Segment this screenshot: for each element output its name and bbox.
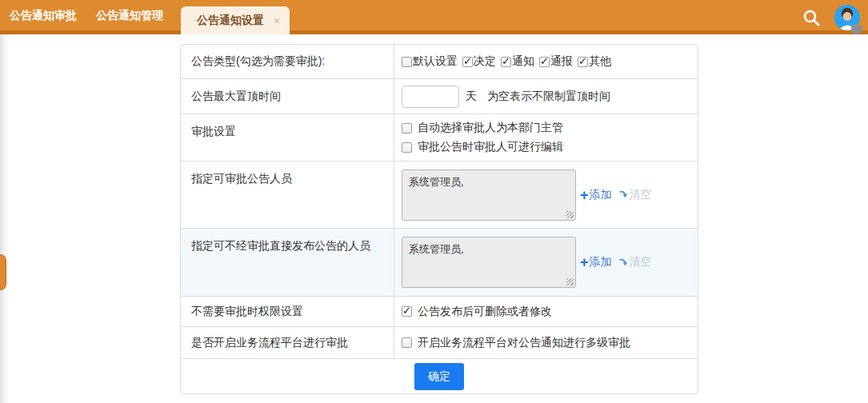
- checkbox-icon[interactable]: [539, 57, 550, 67]
- checkbox-auto-select-approver[interactable]: 自动选择审批人为本部门主管: [402, 121, 563, 135]
- workflow-approval-label: 是否开启业务流程平台进行审批: [181, 327, 394, 358]
- search-icon[interactable]: [801, 7, 822, 28]
- user-avatar[interactable]: [834, 5, 860, 30]
- checkbox-approver-can-edit[interactable]: 审批公告时审批人可进行编辑: [402, 140, 563, 154]
- row-approval-settings: 审批设置 自动选择审批人为本部门主管 审批公告时审批人可进行编辑: [181, 114, 698, 161]
- announcement-type-label: 公告类型(勾选为需要审批):: [181, 45, 394, 78]
- row-announcement-type: 公告类型(勾选为需要审批): 默认设置 决定 通知 通报: [181, 45, 698, 78]
- sidebar-expand-handle[interactable]: [0, 254, 6, 290]
- plus-icon: +: [580, 190, 589, 201]
- no-approval-permission-value: 公告发布后可删除或者修改: [394, 297, 698, 326]
- max-pin-days-input[interactable]: [402, 86, 459, 108]
- checkbox-icon[interactable]: [402, 142, 412, 153]
- clear-arrow-icon: [618, 257, 629, 268]
- checkbox-allow-delete-modify[interactable]: 公告发布后可删除或者修改: [402, 305, 552, 319]
- row-no-approval-permission: 不需要审批时权限设置 公告发布后可删除或者修改: [181, 296, 698, 326]
- top-tab-bar: 公告通知审批 公告通知管理 公告通知设置 ×: [0, 0, 868, 34]
- direct-publishers-label: 指定可不经审批直接发布公告的人员: [181, 229, 394, 296]
- checkbox-icon[interactable]: [402, 123, 412, 134]
- tab-announcement-settings[interactable]: 公告通知设置 ×: [181, 6, 290, 34]
- row-max-pin-time: 公告最大置顶时间 天 为空表示不限制置顶时间: [181, 78, 698, 114]
- header-actions: [801, 3, 860, 32]
- tab-announcement-approval[interactable]: 公告通知审批: [0, 0, 86, 30]
- confirm-button[interactable]: 确定: [414, 363, 464, 390]
- announcement-type-options: 默认设置 决定 通知 通报 其他: [394, 45, 698, 78]
- checkbox-icon[interactable]: [402, 57, 412, 67]
- row-workflow-approval: 是否开启业务流程平台进行审批 开启业务流程平台对公告通知进行多级审批: [181, 326, 698, 358]
- checkbox-icon[interactable]: [402, 306, 412, 317]
- max-pin-time-label: 公告最大置顶时间: [181, 79, 394, 114]
- checkbox-decision[interactable]: 决定: [462, 54, 496, 69]
- workflow-approval-value: 开启业务流程平台对公告通知进行多级审批: [394, 327, 698, 358]
- days-unit: 天: [466, 90, 477, 104]
- approvers-actions: + 添加 清空: [580, 188, 652, 202]
- clear-arrow-icon: [618, 190, 629, 200]
- designated-approvers-value: 系统管理员, + 添加 清空: [394, 162, 698, 228]
- add-approver-link[interactable]: + 添加: [580, 188, 612, 202]
- pin-time-hint: 为空表示不限制置顶时间: [487, 90, 610, 104]
- avatar-status-badge: [851, 23, 862, 34]
- direct-publishers-actions: + 添加 清空: [580, 255, 652, 269]
- approval-settings-label: 审批设置: [181, 114, 394, 161]
- close-icon[interactable]: ×: [274, 14, 280, 27]
- checkbox-icon[interactable]: [402, 337, 412, 348]
- plus-icon: +: [580, 257, 589, 268]
- clear-approvers-link[interactable]: 清空: [618, 188, 652, 202]
- direct-publishers-value: 系统管理员, + 添加 清空: [394, 229, 698, 296]
- row-direct-publishers: 指定可不经审批直接发布公告的人员 系统管理员, + 添加 清空: [181, 228, 698, 296]
- direct-publishers-textarea[interactable]: 系统管理员,: [402, 237, 576, 288]
- checkbox-icon[interactable]: [462, 57, 473, 67]
- approval-settings-options: 自动选择审批人为本部门主管 审批公告时审批人可进行编辑: [394, 114, 698, 161]
- collapsed-sidebar-edge: [0, 34, 9, 403]
- checkbox-bulletin[interactable]: 通报: [539, 54, 573, 69]
- tab-label: 公告通知设置: [197, 14, 264, 28]
- checkbox-other[interactable]: 其他: [578, 54, 611, 69]
- checkbox-enable-workflow[interactable]: 开启业务流程平台对公告通知进行多级审批: [402, 336, 630, 350]
- clear-publishers-link[interactable]: 清空: [618, 255, 652, 269]
- tab-announcement-management[interactable]: 公告通知管理: [86, 0, 173, 30]
- row-submit: 确定: [181, 358, 698, 393]
- add-publisher-link[interactable]: + 添加: [580, 255, 612, 269]
- checkbox-icon[interactable]: [501, 57, 511, 67]
- designated-approvers-label: 指定可审批公告人员: [181, 162, 394, 228]
- row-designated-approvers: 指定可审批公告人员 系统管理员, + 添加 清空: [181, 161, 698, 228]
- no-approval-permission-label: 不需要审批时权限设置: [181, 297, 394, 326]
- checkbox-icon[interactable]: [578, 57, 588, 67]
- max-pin-time-value: 天 为空表示不限制置顶时间: [394, 79, 698, 114]
- approvers-textarea[interactable]: 系统管理员,: [402, 170, 576, 221]
- announcement-settings-form: 公告类型(勾选为需要审批): 默认设置 决定 通知 通报: [180, 44, 698, 394]
- checkbox-default-setting[interactable]: 默认设置: [402, 54, 458, 69]
- app-window: 公告通知审批 公告通知管理 公告通知设置 ×: [0, 0, 868, 403]
- checkbox-notice[interactable]: 通知: [501, 54, 534, 69]
